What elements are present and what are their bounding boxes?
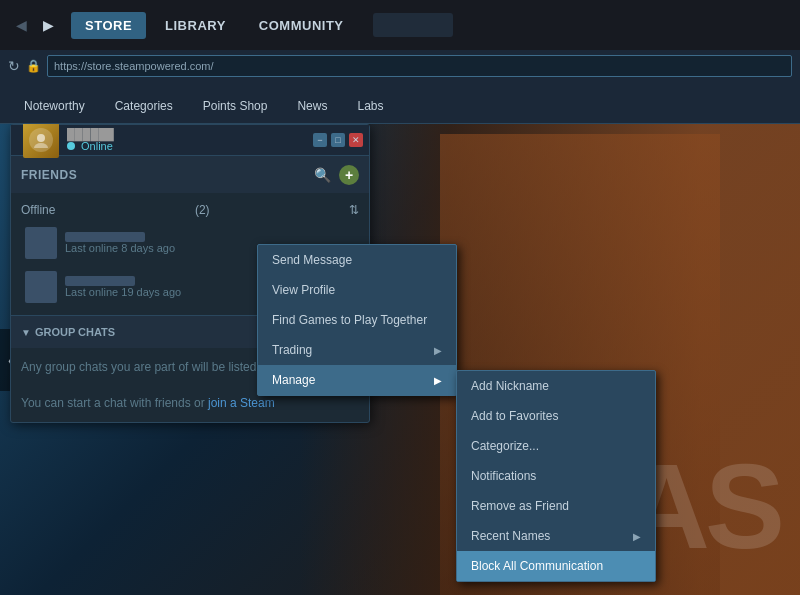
ctx-send-message-label: Send Message — [272, 253, 352, 267]
nav-tab-library[interactable]: LIBRARY — [151, 12, 240, 39]
ctx-trading[interactable]: Trading ▶ — [258, 335, 456, 365]
sub-add-nickname-label: Add Nickname — [471, 379, 549, 393]
store-tab-labs[interactable]: Labs — [343, 91, 397, 123]
sub-add-favorites[interactable]: Add to Favorites — [457, 401, 655, 431]
ctx-trading-label: Trading — [272, 343, 312, 357]
sub-recent-names-arrow: ▶ — [633, 531, 641, 542]
sub-recent-names[interactable]: Recent Names ▶ — [457, 521, 655, 551]
join-steam-link[interactable]: join a Steam — [208, 396, 275, 410]
group-chats-desc-1: Any group chats you are part of will be … — [21, 360, 287, 374]
sub-menu-manage: Add Nickname Add to Favorites Categorize… — [456, 370, 656, 582]
sub-categorize-label: Categorize... — [471, 439, 539, 453]
ctx-view-profile-label: View Profile — [272, 283, 335, 297]
friends-titlebar: ██████ Online − □ ✕ — [11, 125, 369, 155]
restore-button[interactable]: □ — [331, 133, 345, 147]
sort-icon[interactable]: ⇅ — [349, 203, 359, 217]
fp-username: ██████ — [67, 128, 114, 140]
sub-remove-friend-label: Remove as Friend — [471, 499, 569, 513]
sub-add-favorites-label: Add to Favorites — [471, 409, 558, 423]
friend-avatar-1 — [25, 227, 57, 259]
status-dot — [67, 142, 75, 150]
friend-name-1 — [65, 232, 145, 242]
ctx-view-profile[interactable]: View Profile — [258, 275, 456, 305]
fp-status: Online — [67, 140, 114, 152]
back-arrow[interactable]: ◀ — [10, 13, 33, 37]
sub-remove-friend[interactable]: Remove as Friend — [457, 491, 655, 521]
sub-block-communication[interactable]: Block All Communication — [457, 551, 655, 581]
sub-block-communication-label: Block All Communication — [471, 559, 603, 573]
ctx-manage-label: Manage — [272, 373, 315, 387]
friends-header: FRIENDS 🔍 + — [11, 155, 369, 193]
friends-title: FRIENDS — [21, 168, 306, 182]
friends-user-info: ██████ Online — [17, 124, 309, 158]
ctx-send-message[interactable]: Send Message — [258, 245, 456, 275]
ctx-find-games[interactable]: Find Games to Play Together — [258, 305, 456, 335]
store-nav: Noteworthy Categories Points Shop News L… — [0, 82, 800, 124]
user-name-blurred — [373, 13, 453, 37]
context-menu: Send Message View Profile Find Games to … — [257, 244, 457, 396]
nav-arrows: ◀ ▶ — [10, 13, 60, 37]
ctx-trading-arrow: ▶ — [434, 345, 442, 356]
address-bar-row: ↻ 🔒 — [0, 50, 800, 82]
offline-header: Offline (2) ⇅ — [21, 199, 359, 221]
avatar-inner — [29, 128, 53, 152]
store-tab-categories[interactable]: Categories — [101, 91, 187, 123]
user-avatar — [23, 124, 59, 158]
main-content: AS ❮ ██████ Online − □ — [0, 124, 800, 595]
lock-icon: 🔒 — [26, 59, 41, 73]
nav-tab-community[interactable]: COMMUNITY — [245, 12, 358, 39]
close-button[interactable]: ✕ — [349, 133, 363, 147]
sub-categorize[interactable]: Categorize... — [457, 431, 655, 461]
nav-tab-store[interactable]: STORE — [71, 12, 146, 39]
sub-notifications-label: Notifications — [471, 469, 536, 483]
friend-avatar-2 — [25, 271, 57, 303]
offline-label: Offline — [21, 203, 55, 217]
add-friend-button[interactable]: + — [339, 165, 359, 185]
sub-recent-names-label: Recent Names — [471, 529, 550, 543]
ctx-manage-arrow: ▶ — [434, 375, 442, 386]
friends-search-icon[interactable]: 🔍 — [314, 167, 331, 183]
user-details: ██████ Online — [67, 128, 114, 152]
store-tab-news[interactable]: News — [283, 91, 341, 123]
store-tab-noteworthy[interactable]: Noteworthy — [10, 91, 99, 123]
status-text: Online — [81, 140, 113, 152]
svg-point-0 — [37, 134, 45, 142]
ctx-manage[interactable]: Manage ▶ — [258, 365, 456, 395]
forward-arrow[interactable]: ▶ — [37, 13, 60, 37]
friend-name-2 — [65, 276, 135, 286]
top-nav-bar: ◀ ▶ STORE LIBRARY COMMUNITY — [0, 0, 800, 50]
minimize-button[interactable]: − — [313, 133, 327, 147]
svg-point-1 — [34, 143, 48, 148]
refresh-icon[interactable]: ↻ — [8, 58, 20, 74]
store-tab-points-shop[interactable]: Points Shop — [189, 91, 282, 123]
group-chats-chevron-icon: ▼ — [21, 327, 31, 338]
sub-notifications[interactable]: Notifications — [457, 461, 655, 491]
group-chats-desc-2: You can start a chat with friends or — [21, 396, 205, 410]
address-input[interactable] — [47, 55, 792, 77]
sub-add-nickname[interactable]: Add Nickname — [457, 371, 655, 401]
ctx-find-games-label: Find Games to Play Together — [272, 313, 427, 327]
offline-count: (2) — [195, 203, 210, 217]
